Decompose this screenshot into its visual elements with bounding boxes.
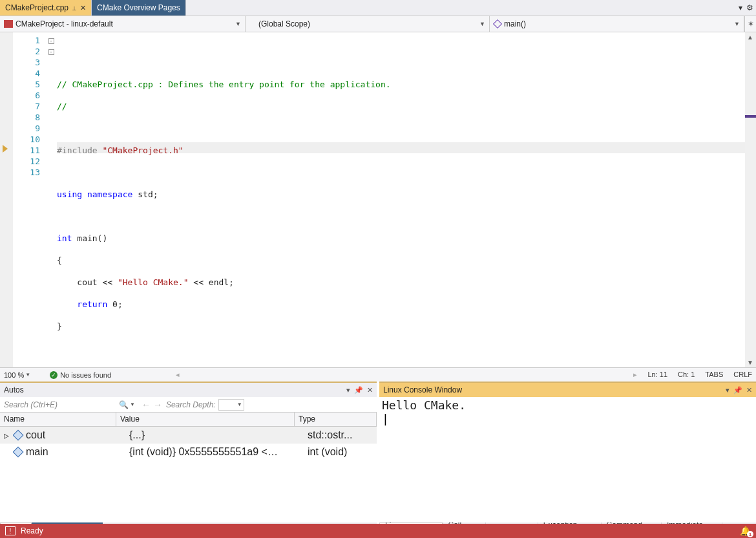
- tab-cmake-overview[interactable]: CMake Overview Pages: [92, 0, 186, 16]
- member-label: main(): [504, 19, 526, 28]
- project-icon: [4, 20, 13, 28]
- fold-gutter: - -: [45, 32, 57, 367]
- breakpoint-gutter[interactable]: [0, 32, 13, 367]
- line-number-gutter: 1 2 3 4 5 6 7 8 9 10 11 12 13: [13, 32, 45, 367]
- search-input[interactable]: [3, 400, 119, 409]
- navigation-bar: CMakeProject - linux-default ▼ (Global S…: [0, 16, 756, 32]
- cursor: |: [382, 412, 389, 425]
- gear-icon[interactable]: ⚙: [746, 3, 753, 12]
- error-indicator-icon[interactable]: !: [5, 526, 16, 535]
- autos-row[interactable]: ▹ cout {...} std::ostr...: [0, 427, 377, 444]
- chevron-down-icon: ▼: [474, 21, 485, 27]
- variable-icon: [13, 431, 23, 440]
- scope-dropdown[interactable]: (Global Scope) ▼: [246, 16, 490, 32]
- chevron-down-icon: ▼: [25, 372, 30, 378]
- method-icon: [494, 20, 501, 28]
- tab-label: CMakeProject.cpp: [5, 3, 68, 12]
- document-tab-bar: CMakeProject.cpp ⟂ ✕ CMake Overview Page…: [0, 0, 756, 16]
- col-header-value[interactable]: Value: [116, 413, 295, 426]
- app-status-bar: ! Ready 🔔1: [0, 524, 756, 538]
- tab-cmakeproject-cpp[interactable]: CMakeProject.cpp ⟂ ✕: [0, 0, 92, 16]
- split-window-icon[interactable]: ✶: [744, 16, 756, 32]
- member-dropdown[interactable]: main() ▼: [490, 16, 744, 32]
- depth-dropdown[interactable]: ▼: [218, 399, 244, 411]
- notifications-icon[interactable]: 🔔1: [740, 526, 751, 536]
- nav-forward-icon[interactable]: →: [153, 400, 162, 410]
- current-line-arrow-icon: [3, 145, 8, 153]
- autos-panel: Autos ▾ 📌 ✕ 🔍 ▼ ← → Search Depth: ▼ Name…: [0, 382, 377, 537]
- search-icon[interactable]: 🔍: [119, 400, 129, 409]
- autos-row[interactable]: main {int (void)} 0x5555555551a9 <… int …: [0, 444, 377, 460]
- depth-label: Search Depth:: [166, 400, 216, 409]
- zoom-level[interactable]: 100 %▼: [4, 371, 30, 379]
- context-dropdown[interactable]: CMakeProject - linux-default ▼: [0, 16, 246, 32]
- close-icon[interactable]: ✕: [80, 4, 86, 12]
- col-header-type[interactable]: Type: [295, 413, 377, 426]
- bottom-panels: Autos ▾ 📌 ✕ 🔍 ▼ ← → Search Depth: ▼ Name…: [0, 382, 756, 537]
- code-area[interactable]: // CMakeProject.cpp : Defines the entry …: [57, 32, 756, 367]
- pin-icon[interactable]: ⟂: [72, 5, 76, 12]
- console-output[interactable]: Hello CMake. |: [379, 397, 756, 427]
- tab-label: CMake Overview Pages: [97, 3, 180, 12]
- fold-icon[interactable]: -: [48, 49, 54, 55]
- context-label: CMakeProject - linux-default: [16, 19, 113, 28]
- variable-icon: [13, 447, 23, 457]
- scroll-up-icon[interactable]: ▲: [747, 34, 753, 41]
- code-editor[interactable]: 1 2 3 4 5 6 7 8 9 10 11 12 13 - - // CMa…: [0, 32, 756, 367]
- chevron-down-icon: ▼: [230, 21, 241, 27]
- expand-icon[interactable]: ▹: [0, 429, 13, 442]
- nav-back-icon[interactable]: ←: [142, 400, 151, 410]
- col-header-name[interactable]: Name: [0, 413, 116, 426]
- autos-search-bar: 🔍 ▼ ← → Search Depth: ▼: [0, 397, 377, 413]
- fold-icon[interactable]: -: [48, 38, 54, 44]
- chevron-down-icon[interactable]: ▼: [130, 402, 135, 407]
- autos-grid-header: Name Value Type: [0, 413, 377, 427]
- console-panel: Linux Console Window ▾ 📌 ✕ Hello CMake. …: [379, 382, 756, 537]
- status-text: Ready: [21, 526, 43, 535]
- chevron-down-icon: ▼: [729, 21, 740, 27]
- tab-overflow-icon[interactable]: ▾: [739, 3, 742, 12]
- scope-label: (Global Scope): [258, 19, 310, 28]
